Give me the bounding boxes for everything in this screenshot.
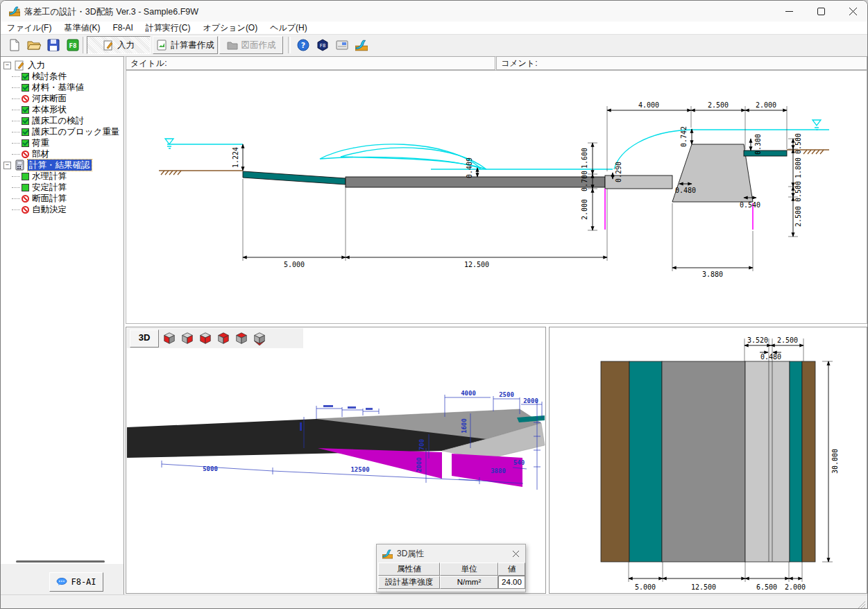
horizontal-scrollbar-thumb[interactable] bbox=[16, 560, 105, 563]
resize-grip[interactable] bbox=[856, 599, 866, 609]
dim-label: 2.500 bbox=[777, 336, 798, 344]
tree-item-jidou-kettei[interactable]: 自動決定 bbox=[1, 204, 124, 215]
view3d-button[interactable]: 3D bbox=[130, 329, 159, 348]
tree-item-kajuu[interactable]: 荷重 bbox=[1, 137, 124, 148]
tree-item-kashou-danmen[interactable]: 河床断面 bbox=[1, 93, 124, 104]
checked-icon bbox=[22, 128, 29, 136]
tree-item-zairyou-kijun[interactable]: 材料・基準値 bbox=[1, 82, 124, 93]
cube-icon bbox=[162, 332, 176, 345]
dim-label: 1.800 bbox=[794, 157, 802, 178]
checked-icon bbox=[22, 139, 29, 147]
tree-item-antei-keisan[interactable]: 安定計算 bbox=[1, 182, 124, 193]
dim-label: 1.600 bbox=[581, 148, 588, 169]
navigation-tree: − 入力 検討条件 材料・基準値 河床断面 本体形状 護床工の検討 bbox=[1, 56, 124, 564]
mail-button[interactable] bbox=[334, 37, 350, 53]
tree-item-danmen-keisan[interactable]: 断面計算 bbox=[1, 193, 124, 204]
cube-icon bbox=[235, 332, 248, 345]
tree-root-input-label: 入力 bbox=[28, 60, 45, 71]
input-notepad-icon bbox=[14, 60, 25, 71]
blocked-icon bbox=[22, 151, 29, 158]
dim-label: 5.000 bbox=[284, 261, 305, 268]
input-view-button[interactable]: 入力 bbox=[87, 36, 151, 54]
approach-band bbox=[745, 361, 790, 562]
dim-label: 6.500 bbox=[756, 583, 777, 591]
dim-label: 2500 bbox=[499, 391, 514, 398]
tree-item-goshoukou-kentou[interactable]: 護床工の検討 bbox=[1, 115, 124, 126]
minimize-icon bbox=[785, 8, 793, 15]
done-icon bbox=[22, 173, 29, 180]
tree-item-buzai[interactable]: 部材 bbox=[1, 148, 124, 160]
new-document-icon bbox=[8, 39, 21, 51]
tree-item-label: 本体形状 bbox=[32, 104, 67, 115]
app-logo-icon bbox=[355, 39, 368, 51]
svg-text:F8: F8 bbox=[69, 42, 77, 49]
dim-label: 12500 bbox=[350, 466, 369, 473]
view-cube-bottom-button[interactable] bbox=[251, 330, 267, 346]
maximize-button[interactable] bbox=[805, 1, 837, 22]
view-cube-right-button[interactable] bbox=[215, 330, 231, 346]
tree-root-calc[interactable]: − 計算・結果確認 bbox=[1, 160, 124, 171]
view3d-toolbar: 3D bbox=[127, 328, 303, 348]
drawing-button[interactable]: 図面作成 bbox=[219, 36, 283, 54]
tree-item-goshoukou-block[interactable]: 護床工のブロック重量 bbox=[1, 126, 124, 137]
tree-item-hontai-keijou[interactable]: 本体形状 bbox=[1, 104, 124, 115]
menu-file[interactable]: ファイル(F) bbox=[1, 22, 58, 34]
dialog-close-button[interactable] bbox=[510, 548, 521, 559]
cube-icon bbox=[198, 332, 212, 345]
f8-logo-icon: F8 bbox=[67, 39, 79, 51]
basin-slab bbox=[346, 177, 605, 187]
plan-bands bbox=[601, 361, 815, 562]
comment-field[interactable]: コメント: bbox=[496, 56, 867, 70]
f8-box-icon: F8 bbox=[316, 39, 329, 51]
f8-ai-button[interactable]: F8-AI bbox=[49, 572, 103, 592]
save-file-button[interactable] bbox=[45, 37, 62, 53]
help-button[interactable]: ? bbox=[295, 37, 312, 53]
new-file-button[interactable] bbox=[6, 37, 23, 53]
menu-calculate[interactable]: 計算実行(C) bbox=[139, 22, 197, 34]
tree-item-suiri-keisan[interactable]: 水理計算 bbox=[1, 171, 124, 182]
collapse-icon[interactable]: − bbox=[3, 162, 11, 169]
dim-label: 3880 bbox=[491, 468, 506, 474]
tree-item-kentou-jouken[interactable]: 検討条件 bbox=[1, 71, 124, 82]
bank-band bbox=[601, 361, 629, 562]
minimize-button[interactable] bbox=[773, 1, 805, 22]
menu-f8ai[interactable]: F8-AI bbox=[106, 22, 139, 34]
collapse-icon[interactable]: − bbox=[3, 62, 11, 69]
calc-notebook-icon bbox=[14, 160, 25, 171]
report-button[interactable]: 計算書作成 bbox=[153, 36, 218, 54]
view-cube-left-button[interactable] bbox=[197, 330, 213, 346]
dim-label: 0.480 bbox=[675, 187, 696, 194]
value-cell[interactable]: 24.00 bbox=[498, 576, 525, 589]
cube-icon bbox=[253, 332, 266, 345]
cube-icon bbox=[216, 332, 230, 345]
dialog-title-bar[interactable]: 3D属性 bbox=[377, 544, 525, 563]
tree-item-label: 断面計算 bbox=[32, 193, 67, 204]
open-file-button[interactable] bbox=[26, 37, 42, 53]
toolbar-separator bbox=[288, 37, 291, 53]
app-home-button[interactable] bbox=[353, 37, 370, 53]
dim-label: 2000 bbox=[416, 457, 423, 472]
open-folder-icon bbox=[27, 39, 41, 51]
f8-tool-button[interactable]: F8 bbox=[65, 37, 81, 53]
f8-box-button[interactable]: F8 bbox=[314, 37, 331, 53]
dim-label: 5.000 bbox=[635, 583, 656, 591]
attributes-dialog[interactable]: 3D属性 属性値 単位 値 設計基準強度 N/mm² 24.00 bbox=[376, 544, 526, 592]
done-icon bbox=[22, 184, 29, 191]
view-cube-top-button[interactable] bbox=[233, 330, 249, 346]
title-field[interactable]: タイトル: bbox=[126, 56, 495, 70]
view-cube-front-button[interactable] bbox=[161, 330, 177, 346]
tree-item-label: 荷重 bbox=[32, 137, 49, 148]
mail-icon bbox=[336, 40, 348, 50]
dim-label: 0.700 bbox=[581, 171, 588, 191]
view-cube-back-button[interactable] bbox=[179, 330, 195, 346]
title-field-label: タイトル: bbox=[130, 58, 167, 68]
menu-help[interactable]: ヘルプ(H) bbox=[264, 22, 314, 34]
close-button[interactable] bbox=[837, 1, 868, 22]
drawing-folder-icon bbox=[227, 40, 238, 51]
dim-label: 0.742 bbox=[680, 126, 688, 147]
dim-label: 0.300 bbox=[754, 134, 762, 155]
tree-root-input[interactable]: − 入力 bbox=[1, 60, 124, 71]
drawing-label: 図面作成 bbox=[241, 40, 276, 51]
menu-standards[interactable]: 基準値(K) bbox=[58, 22, 106, 34]
menu-options[interactable]: オプション(O) bbox=[196, 22, 264, 34]
